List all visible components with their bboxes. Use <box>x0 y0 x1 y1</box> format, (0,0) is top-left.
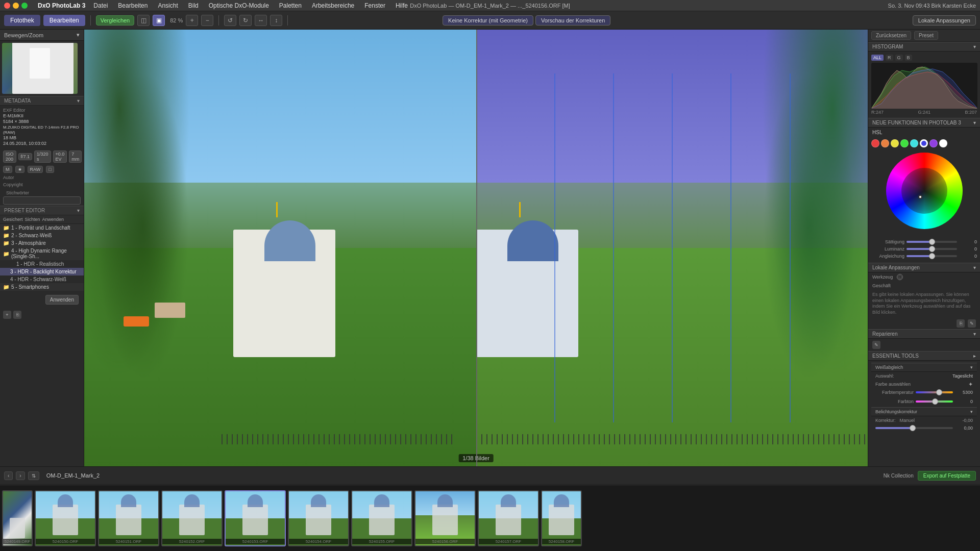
preset-button[interactable]: Preset <box>914 31 938 40</box>
preset-editor-header[interactable]: PRESET EDITOR ▾ <box>0 206 84 215</box>
swatch-orange[interactable] <box>881 139 889 147</box>
channel-r[interactable]: R <box>886 55 893 61</box>
film-thumb-1[interactable]: 5240150.ORF <box>35 490 96 546</box>
tab-fotothek[interactable]: Fotothek <box>4 15 40 26</box>
preset-folder-4[interactable]: 📁 4 - High Dynamic Range (Single-Sh... <box>0 247 84 260</box>
preset-gesichert[interactable]: Gesichert <box>3 217 23 222</box>
color-wheel-container[interactable] <box>884 153 965 234</box>
preset-folder-3[interactable]: 📁 3 - Atmosphäre <box>0 239 84 247</box>
star-badge[interactable]: ★ <box>15 166 24 173</box>
swatch-cyan[interactable] <box>910 139 918 147</box>
luminanz-track[interactable] <box>906 248 957 250</box>
exposure-track[interactable] <box>875 427 953 429</box>
compare-button[interactable]: Vergleichen <box>96 15 135 26</box>
swatch-yellow[interactable] <box>891 139 899 147</box>
wb-dropper-icon[interactable]: ✦ <box>968 381 973 388</box>
preset-copy-icon[interactable]: ⎘ <box>13 311 21 319</box>
menu-bearbeiten[interactable]: Bearbeiten <box>116 1 150 10</box>
channel-b[interactable]: B <box>905 55 912 61</box>
sattigung-track[interactable] <box>906 241 957 243</box>
swatch-green[interactable] <box>900 139 909 147</box>
angleichung-track[interactable] <box>906 255 957 257</box>
minimize-button[interactable] <box>13 3 19 9</box>
menu-optische[interactable]: Optische DxO-Module <box>207 1 271 10</box>
preset-sichten[interactable]: Sichten <box>25 217 40 222</box>
metadata-header[interactable]: METADATA ▾ <box>0 96 84 106</box>
color-wheel-cursor[interactable] <box>918 195 922 199</box>
werkzeug-info-icon[interactable]: ⓘ <box>897 274 903 280</box>
apply-preset-button[interactable]: Anwenden <box>45 295 79 305</box>
zuruecksetzen-button[interactable]: Zurücksetzen <box>871 31 911 40</box>
single-view-icon[interactable]: ▣ <box>153 15 165 26</box>
color-wheel[interactable] <box>886 153 963 229</box>
farbtemperatur-track[interactable] <box>916 391 953 393</box>
flip-h-icon[interactable]: ↔ <box>255 15 267 26</box>
menu-hilfe[interactable]: Hilfe <box>394 1 410 10</box>
zoom-in-icon[interactable]: + <box>186 15 198 26</box>
luminanz-handle[interactable] <box>929 246 935 252</box>
farbtemperatur-handle[interactable] <box>936 389 942 395</box>
nav-back-btn[interactable]: ‹ <box>4 471 13 480</box>
essential-tools-header[interactable]: ESSENTIAL TOOLS ▸ <box>868 351 980 361</box>
menu-datei[interactable]: Datei <box>91 1 110 10</box>
local-adj-edit-icon[interactable]: ✎ <box>968 319 976 328</box>
nav-next-btn[interactable]: › <box>16 471 24 480</box>
move-zoom-arrow[interactable]: ▾ <box>77 32 80 38</box>
preset-hdr-sw[interactable]: 4 - HDR - Schwarz-Weiß <box>0 276 84 283</box>
local-adj-header[interactable]: Lokale Anpassungen ▾ <box>868 263 980 272</box>
tab-bearbeiten[interactable]: Bearbeiten <box>43 15 85 26</box>
menu-arbeitsbereiche[interactable]: Arbeitsbereiche <box>310 1 356 10</box>
histogram-section-header[interactable]: HISTOGRAM ▾ <box>868 42 980 52</box>
farbton-handle[interactable] <box>932 398 938 405</box>
sort-btn[interactable]: ⇅ <box>28 471 39 480</box>
close-button[interactable] <box>4 3 10 9</box>
raw-badge[interactable]: RAW <box>28 166 43 173</box>
new-functions-header[interactable]: NEUE FUNKTIONEN IN PHOTOLAB 3 ▾ <box>868 118 980 128</box>
film-thumb-2[interactable]: 5240151.ORF <box>98 490 159 546</box>
preset-add-icon[interactable]: + <box>3 311 11 319</box>
swatch-purple[interactable] <box>929 139 938 147</box>
swatch-red[interactable] <box>871 139 879 147</box>
rotate-left-icon[interactable]: ↺ <box>224 15 236 26</box>
preset-folder-5[interactable]: 📁 5 - Smartphones <box>0 283 84 291</box>
channel-g[interactable]: G <box>895 55 903 61</box>
angleichung-handle[interactable] <box>929 253 935 259</box>
film-thumb-partial-right[interactable]: 5240158.ORF <box>541 490 582 546</box>
film-thumb-4[interactable]: 5240153.ORF <box>225 490 286 546</box>
film-thumb-3[interactable]: 5240152.ORF <box>161 490 223 546</box>
reparieren-tool-icon[interactable]: ✎ <box>872 341 880 349</box>
farbton-track[interactable] <box>916 400 953 403</box>
film-thumb-8[interactable]: 5240157.ORF <box>478 490 539 546</box>
swatch-blue[interactable] <box>920 139 928 147</box>
film-thumb-partial[interactable]: 5240149.ORF <box>2 490 33 546</box>
menu-paletten[interactable]: Paletten <box>277 1 304 10</box>
flip-v-icon[interactable]: ↕ <box>270 15 282 26</box>
preset-folder-1[interactable]: 📁 1 - Porträt und Landschaft <box>0 224 84 232</box>
menu-bild[interactable]: Bild <box>186 1 201 10</box>
export-button[interactable]: Export auf Festplatte <box>918 471 976 481</box>
reparieren-header[interactable]: Reparieren ▾ <box>868 329 980 339</box>
stichwort-input[interactable] <box>3 196 81 205</box>
film-thumb-6[interactable]: 5240155.ORF <box>351 490 412 546</box>
preset-folder-2[interactable]: 📁 2 - Schwarz-Weiß <box>0 232 84 239</box>
swatch-white[interactable] <box>939 139 947 147</box>
preset-anwenden[interactable]: Anwenden <box>42 217 64 222</box>
main-thumbnail[interactable] <box>2 43 78 94</box>
image-area[interactable]: 1/38 Bilder <box>84 30 868 466</box>
m-badge[interactable]: M <box>3 166 12 173</box>
rotate-right-icon[interactable]: ↻ <box>239 15 252 26</box>
local-adj-button[interactable]: Lokale Anpassungen <box>913 15 976 26</box>
zoom-out-icon[interactable]: − <box>201 15 213 26</box>
film-thumb-7[interactable]: 5240156.ORF <box>414 490 476 546</box>
maximize-button[interactable] <box>21 3 28 9</box>
local-adj-copy-icon[interactable]: ⎘ <box>957 319 965 328</box>
preset-hdr-backlight[interactable]: 3 - HDR - Backlight Korrektur <box>0 268 84 276</box>
split-view-icon[interactable]: ◫ <box>137 15 150 26</box>
menu-fenster[interactable]: Fenster <box>362 1 387 10</box>
wb-header[interactable]: Weißabgleich ▾ <box>871 363 977 372</box>
channel-all[interactable]: ALL <box>871 55 884 61</box>
belichtung-header[interactable]: Belichtungskorrektur ▾ <box>871 407 977 416</box>
film-thumb-5[interactable]: 5240154.ORF <box>288 490 349 546</box>
preset-hdr-realistisch[interactable]: 1 - HDR - Realistisch <box>0 260 84 268</box>
split-line[interactable] <box>476 30 477 466</box>
